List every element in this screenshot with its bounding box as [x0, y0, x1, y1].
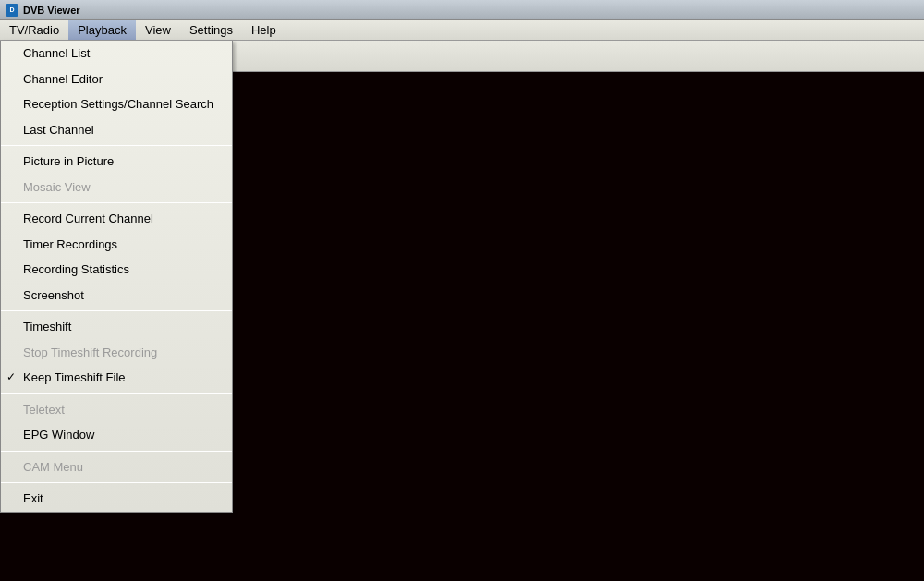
menu-separator-1 — [1, 145, 232, 146]
app-icon: D — [6, 4, 18, 17]
menu-separator-3 — [1, 310, 232, 311]
menu-separator-5 — [1, 451, 232, 452]
menu-entry-recording-statistics[interactable]: Recording Statistics — [1, 257, 232, 283]
menu-help[interactable]: Help — [242, 20, 286, 40]
menu-entry-cam-menu: CAM Menu — [1, 454, 232, 480]
menu-view[interactable]: View — [136, 20, 180, 40]
title-bar: D DVB Viewer — [0, 0, 924, 20]
menu-entry-exit[interactable]: Exit — [1, 486, 232, 512]
menu-entry-mosaic-view: Mosaic View — [1, 175, 232, 200]
menu-entry-channel-list[interactable]: Channel List — [1, 41, 232, 67]
menu-separator-6 — [1, 482, 232, 483]
menu-entry-stop-timeshift-recording: Stop Timeshift Recording — [1, 340, 232, 366]
menu-tv-radio[interactable]: TV/Radio — [0, 20, 68, 40]
menu-entry-picture-in-picture[interactable]: Picture in Picture — [1, 149, 232, 175]
menu-entry-keep-timeshift-file[interactable]: Keep Timeshift File — [1, 365, 232, 391]
menu-separator-4 — [1, 393, 232, 394]
tv-radio-dropdown: Channel List Channel Editor Reception Se… — [0, 41, 233, 513]
menu-entry-teletext: Teletext — [1, 397, 232, 423]
menu-separator-2 — [1, 202, 232, 203]
menu-bar: TV/Radio Playback View Settings Help — [0, 20, 924, 41]
menu-settings[interactable]: Settings — [180, 20, 242, 40]
menu-entry-screenshot[interactable]: Screenshot — [1, 283, 232, 309]
menu-entry-timer-recordings[interactable]: Timer Recordings — [1, 232, 232, 258]
menu-entry-last-channel[interactable]: Last Channel — [1, 117, 232, 143]
menu-entry-timeshift[interactable]: Timeshift — [1, 314, 232, 340]
menu-playback[interactable]: Playback — [68, 20, 136, 40]
menu-entry-epg-window[interactable]: EPG Window — [1, 422, 232, 448]
title-bar-text: DVB Viewer — [23, 5, 80, 16]
menu-entry-record-current-channel[interactable]: Record Current Channel — [1, 206, 232, 232]
menu-entry-channel-editor[interactable]: Channel Editor — [1, 67, 232, 92]
menu-entry-reception-settings[interactable]: Reception Settings/Channel Search — [1, 91, 232, 117]
